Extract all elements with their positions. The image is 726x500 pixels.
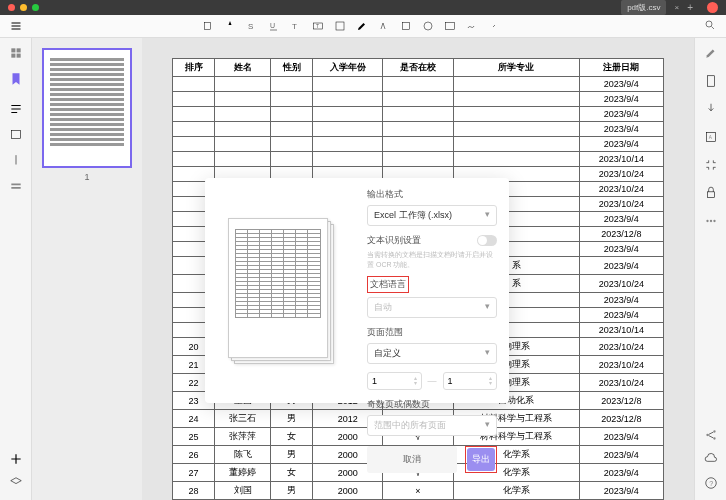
table-header: 入学年份 [313,59,383,77]
toolbar: S U T T [0,15,726,38]
svg-text:?: ? [709,480,713,487]
export-icon[interactable] [704,102,718,116]
table-row[interactable]: 28刘国男2000×化学系2023/9/4 [173,482,664,500]
svg-rect-23 [707,192,714,198]
page-range-select[interactable]: 自定义 [367,343,497,364]
svg-point-26 [713,220,715,222]
text-icon[interactable]: T [290,20,302,32]
output-format-label: 输出格式 [367,188,497,201]
svg-rect-15 [11,54,15,58]
shape-icon[interactable] [400,20,412,32]
left-sidebar [0,38,32,500]
ocr-toggle[interactable] [477,235,497,246]
output-format-select[interactable]: Excel 工作簿 (.xlsx) [367,205,497,226]
more-icon[interactable] [704,214,718,228]
export-preview [228,218,333,363]
strikethrough-icon[interactable]: S [246,20,258,32]
doc-language-label: 文档语言 [367,276,409,293]
svg-point-27 [706,434,708,436]
textbox-icon[interactable]: T [312,20,324,32]
range-from-input[interactable]: 1▴▾ [367,372,422,390]
svg-point-28 [713,430,715,432]
thumbnails-icon[interactable] [9,46,23,60]
table-header: 注册日期 [579,59,663,77]
titlebar: pdf版.csv × + [0,0,726,15]
marker-icon[interactable] [378,20,390,32]
outline-icon[interactable] [9,102,23,116]
svg-rect-10 [446,23,455,30]
svg-text:A: A [708,135,712,140]
bookmark-icon[interactable] [9,72,23,86]
table-header: 性别 [271,59,313,77]
share-icon[interactable] [704,428,718,442]
doc-language-select[interactable]: 自动 [367,297,497,318]
ocr-label: 文本识别设置 [367,234,421,247]
svg-point-29 [713,437,715,439]
svg-rect-14 [16,48,20,52]
signature-icon[interactable] [466,20,478,32]
export-button[interactable]: 导出 [467,448,495,471]
page-range-label: 页面范围 [367,326,497,339]
highlight-icon[interactable] [224,20,236,32]
svg-rect-8 [403,23,410,30]
page-thumbnail[interactable] [42,48,132,168]
svg-point-24 [706,220,708,222]
form-icon[interactable] [9,180,23,194]
attachment-icon[interactable] [9,154,23,168]
cancel-button[interactable]: 取消 [367,446,457,473]
window-minimize[interactable] [20,4,27,11]
odd-even-label: 奇数页或偶数页 [367,398,497,411]
stamp-icon[interactable] [422,20,434,32]
window-close[interactable] [8,4,15,11]
table-row[interactable]: 2023/9/4 [173,137,664,152]
menu-icon[interactable] [10,20,22,32]
table-row[interactable]: 2023/9/4 [173,77,664,92]
table-header: 排序 [173,59,215,77]
app-close-button[interactable] [707,2,718,13]
odd-even-select[interactable]: 范围中的所有页面 [367,415,497,436]
ocr-icon[interactable]: A [704,130,718,144]
pen-icon[interactable] [356,20,368,32]
table-row[interactable]: 2023/9/4 [173,122,664,137]
thumbnail-panel: 1 [32,38,142,500]
tab-close-icon[interactable]: × [674,3,679,12]
ocr-hint: 当需转换的文档是扫描文档时请开启并设置 OCR 功能。 [367,250,497,270]
thumbnail-page-number: 1 [42,172,132,182]
link-icon[interactable] [488,20,500,32]
svg-line-12 [712,27,715,30]
svg-rect-7 [336,22,344,30]
svg-point-11 [706,21,712,27]
note-icon[interactable] [334,20,346,32]
svg-point-9 [424,22,432,30]
table-row[interactable]: 2023/10/14 [173,152,664,167]
svg-text:U: U [270,22,275,29]
table-row[interactable]: 2023/9/4 [173,107,664,122]
image-icon[interactable] [444,20,456,32]
table-header: 所学专业 [453,59,579,77]
edit-icon[interactable] [704,46,718,60]
security-icon[interactable] [704,186,718,200]
annotation-icon[interactable] [9,128,23,142]
document-tab[interactable]: pdf版.csv [621,0,666,15]
tab-new-icon[interactable]: + [687,2,693,13]
table-header: 姓名 [215,59,271,77]
svg-text:T: T [292,22,297,31]
range-to-input[interactable]: 1▴▾ [443,372,498,390]
svg-text:S: S [248,22,253,31]
search-icon[interactable] [704,19,716,31]
window-maximize[interactable] [32,4,39,11]
svg-rect-13 [11,48,15,52]
svg-rect-17 [11,130,20,138]
svg-rect-20 [707,76,714,87]
right-sidebar: A ? [694,38,726,500]
compress-icon[interactable] [704,158,718,172]
help-icon[interactable]: ? [704,476,718,490]
table-row[interactable]: 2023/9/4 [173,92,664,107]
cloud-icon[interactable] [704,452,718,466]
copy-icon[interactable] [202,20,214,32]
svg-rect-19 [11,187,20,189]
add-icon[interactable] [9,452,23,466]
underline-icon[interactable]: U [268,20,280,32]
page-icon[interactable] [704,74,718,88]
layers-icon[interactable] [9,476,23,490]
